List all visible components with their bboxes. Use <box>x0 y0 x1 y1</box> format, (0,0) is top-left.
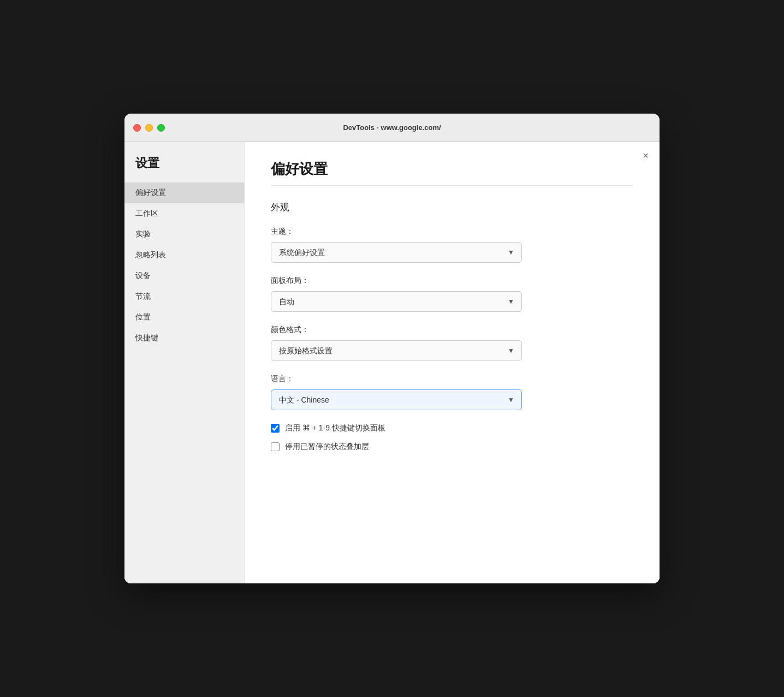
theme-label: 主题： <box>271 227 633 237</box>
titlebar: DevTools - www.google.com/ <box>124 114 660 142</box>
disable-paused-overlay-label: 停用已暂停的状态叠加层 <box>285 442 369 452</box>
sidebar-item-ignore-list[interactable]: 忽略列表 <box>124 245 244 265</box>
color-format-label: 颜色格式： <box>271 325 633 335</box>
main-content: × 偏好设置 外观 主题： 系统偏好设置 浅色 深色 ▼ 面板布局： <box>245 142 660 583</box>
color-format-select-wrapper: 按原始格式设置 HEX RGB HSL ▼ <box>271 340 522 361</box>
shortcut-switch-label: 启用 ⌘ + 1-9 快捷键切换面板 <box>285 423 385 433</box>
language-label: 语言： <box>271 374 633 384</box>
disable-paused-overlay-item[interactable]: 停用已暂停的状态叠加层 <box>271 442 633 452</box>
app-window: DevTools - www.google.com/ 设置 偏好设置 工作区 实… <box>124 114 660 583</box>
section-divider <box>271 185 633 186</box>
color-format-select[interactable]: 按原始格式设置 HEX RGB HSL <box>271 340 522 361</box>
sidebar-item-experiments[interactable]: 实验 <box>124 224 244 245</box>
sidebar: 设置 偏好设置 工作区 实验 忽略列表 设备 节流 位置 快捷键 <box>124 142 245 583</box>
sidebar-item-throttling[interactable]: 节流 <box>124 286 244 307</box>
traffic-lights <box>133 124 165 132</box>
language-select-wrapper: 中文 - Chinese English 日本語 한국어 ▼ <box>271 389 522 410</box>
sidebar-item-workspace[interactable]: 工作区 <box>124 203 244 224</box>
content-area: 设置 偏好设置 工作区 实验 忽略列表 设备 节流 位置 快捷键 × 偏好设置 … <box>124 142 660 583</box>
close-traffic-light[interactable] <box>133 124 141 132</box>
sidebar-item-locations[interactable]: 位置 <box>124 307 244 328</box>
close-button[interactable]: × <box>643 151 649 161</box>
color-format-field-group: 颜色格式： 按原始格式设置 HEX RGB HSL ▼ <box>271 325 633 361</box>
panel-layout-field-group: 面板布局： 自动 水平 垂直 ▼ <box>271 276 633 312</box>
appearance-section-title: 外观 <box>271 201 633 214</box>
page-title: 偏好设置 <box>271 160 633 179</box>
minimize-traffic-light[interactable] <box>145 124 153 132</box>
language-select[interactable]: 中文 - Chinese English 日本語 한국어 <box>271 389 522 410</box>
language-field-group: 语言： 中文 - Chinese English 日本語 한국어 ▼ <box>271 374 633 410</box>
shortcut-switch-item[interactable]: 启用 ⌘ + 1-9 快捷键切换面板 <box>271 423 633 433</box>
panel-layout-select[interactable]: 自动 水平 垂直 <box>271 291 522 312</box>
sidebar-item-devices[interactable]: 设备 <box>124 265 244 286</box>
maximize-traffic-light[interactable] <box>157 124 165 132</box>
sidebar-item-shortcuts[interactable]: 快捷键 <box>124 328 244 349</box>
sidebar-heading: 设置 <box>124 155 244 182</box>
shortcut-switch-checkbox[interactable] <box>271 424 280 433</box>
sidebar-item-preferences[interactable]: 偏好设置 <box>124 182 244 203</box>
theme-select[interactable]: 系统偏好设置 浅色 深色 <box>271 242 522 263</box>
window-title: DevTools - www.google.com/ <box>343 123 441 132</box>
theme-field-group: 主题： 系统偏好设置 浅色 深色 ▼ <box>271 227 633 263</box>
checkbox-group: 启用 ⌘ + 1-9 快捷键切换面板 停用已暂停的状态叠加层 <box>271 423 633 452</box>
theme-select-wrapper: 系统偏好设置 浅色 深色 ▼ <box>271 242 522 263</box>
disable-paused-overlay-checkbox[interactable] <box>271 442 280 451</box>
panel-layout-select-wrapper: 自动 水平 垂直 ▼ <box>271 291 522 312</box>
panel-layout-label: 面板布局： <box>271 276 633 286</box>
